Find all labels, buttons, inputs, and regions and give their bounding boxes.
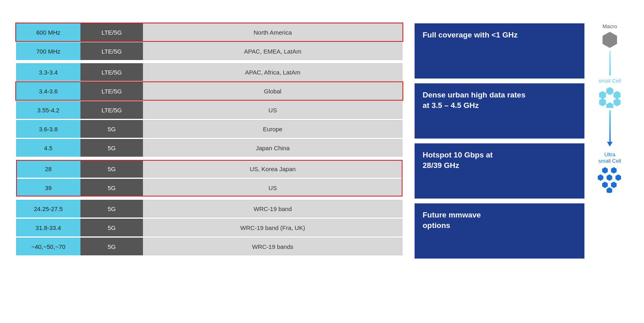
cell-frequency: 700 MHz (16, 42, 80, 60)
table-row: 600 MHzLTE/5GNorth America (16, 23, 402, 41)
ultra-small-cell-hex-icon (596, 166, 623, 193)
cell-region: WRC-19 bands (143, 238, 402, 255)
cell-type: 5G (80, 120, 143, 138)
cell-region: WRC-19 band (Fra, UK) (143, 219, 402, 236)
cell-type: 5G (80, 219, 143, 236)
svg-marker-15 (607, 187, 612, 193)
cell-region: US (143, 179, 402, 197)
svg-marker-9 (611, 167, 617, 174)
right-section: Full coverage with <1 GHzDense urban hig… (415, 23, 628, 259)
table-row: 700 MHzLTE/5GAPAC, EMEA, LatAm (16, 42, 402, 60)
cell-region: US (143, 101, 402, 119)
arrow-head-icon (607, 142, 613, 147)
cell-frequency: 3.6-3.8 (16, 120, 80, 138)
cell-frequency: 39 (16, 179, 80, 197)
svg-marker-2 (599, 91, 606, 99)
svg-marker-7 (607, 142, 613, 147)
cell-region: Europe (143, 120, 402, 138)
cell-type: LTE/5G (80, 42, 143, 60)
cell-frequency: 4.5 (16, 139, 80, 157)
band-group-2: 285GUS, Korea Japan395GUS (16, 160, 402, 197)
cell-frequency: 600 MHz (16, 23, 80, 41)
scale-arrow-bottom (609, 110, 611, 143)
cell-region: APAC, Africa, LatAm (143, 63, 402, 81)
svg-marker-6 (606, 102, 613, 108)
cell-type: LTE/5G (80, 101, 143, 119)
scale-bar: Macrosmall CellUltra small Cell (592, 23, 628, 259)
scale-small-cell-label: small Cell (599, 78, 621, 84)
svg-marker-12 (615, 174, 621, 181)
table-row: 285GUS, Korea Japan (16, 160, 402, 178)
cell-region: Japan China (143, 139, 402, 157)
cell-type: 5G (80, 179, 143, 197)
cell-region: North America (143, 23, 402, 41)
svg-marker-0 (603, 32, 617, 48)
table-row: 3.3-3.4LTE/5GAPAC, Africa, LatAm (16, 63, 402, 81)
info-card-1: Dense urban high data rates at 3.5 – 4.5… (415, 83, 584, 139)
svg-marker-1 (606, 87, 613, 95)
svg-marker-11 (607, 174, 612, 181)
cell-type: LTE/5G (80, 23, 143, 41)
cell-type: LTE/5G (80, 82, 143, 100)
scale-arrow-top (609, 51, 611, 75)
svg-marker-4 (599, 98, 606, 106)
cell-frequency: 3.4-3.6 (16, 82, 80, 100)
cell-region: WRC-19 band (143, 200, 402, 217)
table-row: ~40,~50,~705GWRC-19 bands (16, 238, 402, 255)
scale-macro-label: Macro (603, 23, 617, 29)
info-cards: Full coverage with <1 GHzDense urban hig… (415, 23, 584, 259)
cell-type: LTE/5G (80, 63, 143, 81)
cell-type: 5G (80, 160, 143, 178)
svg-marker-8 (602, 167, 608, 174)
cell-frequency: 28 (16, 160, 80, 178)
cell-frequency: 31.8-33.4 (16, 219, 80, 236)
table-row: 31.8-33.45GWRC-19 band (Fra, UK) (16, 219, 402, 236)
table-row: 4.55GJapan China (16, 139, 402, 157)
cell-frequency: 3.3-3.4 (16, 63, 80, 81)
cell-region: APAC, EMEA, LatAm (143, 42, 402, 60)
info-card-3: Future mmwave options (415, 203, 584, 259)
band-group-1: 3.3-3.4LTE/5GAPAC, Africa, LatAm3.4-3.6L… (16, 63, 402, 157)
svg-marker-14 (611, 182, 617, 188)
table-row: 3.55-4.2LTE/5GUS (16, 101, 402, 119)
cell-type: 5G (80, 200, 143, 217)
cell-region: US, Korea Japan (143, 160, 402, 178)
info-card-0: Full coverage with <1 GHz (415, 23, 584, 79)
band-group-3: 24.25-27.55GWRC-19 band31.8-33.45GWRC-19… (16, 200, 402, 255)
table-row: 3.4-3.6LTE/5GGlobal (16, 82, 402, 100)
scale-ultra-small-label: Ultra small Cell (599, 151, 621, 164)
cell-region: Global (143, 82, 402, 100)
cell-type: 5G (80, 238, 143, 255)
small-cell-hex-icon (596, 85, 623, 108)
svg-marker-13 (602, 182, 608, 188)
table-row: 395GUS (16, 179, 402, 197)
cell-frequency: 3.55-4.2 (16, 101, 80, 119)
svg-marker-5 (613, 98, 620, 106)
svg-marker-10 (598, 174, 603, 181)
cell-type: 5G (80, 139, 143, 157)
band-group-0: 600 MHzLTE/5GNorth America700 MHzLTE/5GA… (16, 23, 402, 60)
info-card-2: Hotspot 10 Gbps at 28/39 GHz (415, 143, 584, 199)
svg-marker-3 (613, 91, 620, 99)
cell-frequency: ~40,~50,~70 (16, 238, 80, 255)
table-row: 3.6-3.85GEurope (16, 120, 402, 138)
band-table-section: 600 MHzLTE/5GNorth America700 MHzLTE/5GA… (16, 23, 402, 259)
macro-hex-icon (601, 31, 619, 49)
main-layout: 600 MHzLTE/5GNorth America700 MHzLTE/5GA… (16, 23, 628, 259)
cell-frequency: 24.25-27.5 (16, 200, 80, 217)
table-row: 24.25-27.55GWRC-19 band (16, 200, 402, 217)
